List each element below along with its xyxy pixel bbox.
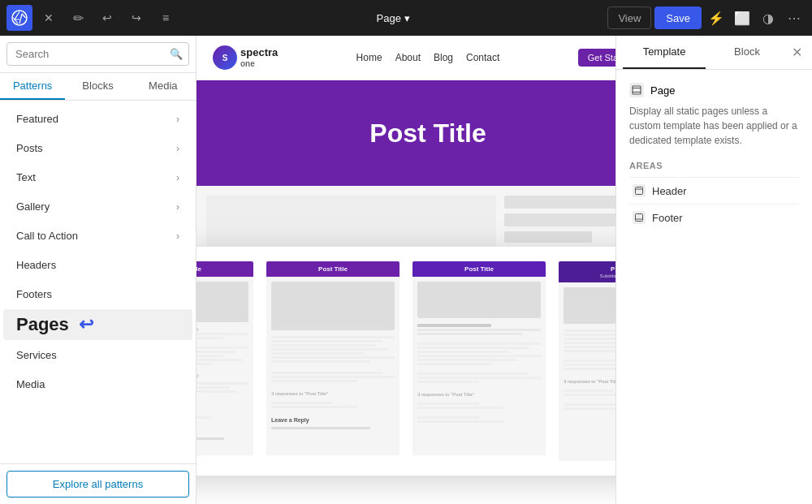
preview-get-started-button[interactable]: Get Started [578, 49, 615, 67]
sidebar-item-services[interactable]: Services [3, 341, 192, 369]
sidebar-item-text[interactable]: Text › [3, 163, 192, 192]
sidebar-item-label: Gallery [16, 200, 50, 213]
explore-all-patterns-button[interactable]: Explore all patterns [6, 471, 189, 498]
close-button[interactable]: ✕ [36, 5, 62, 31]
page-selector[interactable]: Page ▾ [370, 9, 417, 28]
redo-button[interactable]: ↪ [123, 5, 149, 31]
sidebar-item-label: Posts [16, 142, 43, 154]
layout-icon[interactable]: ⬜ [731, 6, 754, 29]
panel-title-text: Page [650, 84, 675, 97]
tab-blocks[interactable]: Blocks [65, 73, 130, 100]
sidebar-item-pages[interactable]: Pages ↩ [3, 309, 192, 340]
svg-rect-4 [636, 187, 643, 195]
chevron-right-icon: › [176, 230, 179, 242]
sidebar-item-label: Services [16, 349, 57, 361]
toolbar-center: Page ▾ [182, 9, 604, 28]
left-sidebar: 🔍 Patterns Blocks Media Featured › Posts… [0, 36, 197, 504]
pattern-chooser: Post Title [197, 247, 615, 476]
chevron-right-icon: › [176, 201, 179, 213]
pattern-card-4-title: Post Title Subtitle here · Category [559, 261, 615, 282]
page-label-text: Page [377, 12, 401, 24]
panel-area-footer[interactable]: Footer [629, 204, 799, 230]
toolbar-right: View Save ⚡ ⬜ ◑ ⋯ [607, 6, 806, 29]
sidebar-item-media[interactable]: Media [3, 370, 192, 398]
toolbar: ✕ ✏ ↩ ↪ ≡ Page ▾ View Save ⚡ ⬜ ◑ ⋯ [0, 0, 812, 36]
chevron-right-icon: › [176, 114, 179, 125]
center-content: S spectra one Home About Blog Contact Ge… [197, 36, 615, 504]
pattern-card-3[interactable]: Post Title [411, 260, 547, 463]
tab-template[interactable]: Template [623, 36, 706, 69]
pattern-card-2[interactable]: Post Title [265, 260, 401, 463]
pattern-card-1-body: 3 responses to "Post Title" Leave a Repl… [197, 277, 253, 455]
explore-btn-wrap: Explore all patterns [0, 463, 196, 504]
sidebar-nav: Featured › Posts › Text › Gallery › Call… [0, 101, 196, 463]
more-options-button[interactable]: ⋯ [783, 6, 806, 29]
pattern-card-1-title: Post Title [197, 261, 253, 277]
list-view-button[interactable]: ≡ [153, 5, 179, 31]
tab-patterns[interactable]: Patterns [0, 73, 65, 100]
preview-hero-title: Post Title [369, 118, 486, 149]
preview-logo-text: spectra one [240, 47, 278, 67]
edit-button[interactable]: ✏ [65, 5, 91, 31]
tab-media[interactable]: Media [131, 73, 196, 100]
svg-rect-6 [636, 214, 643, 222]
sidebar-item-footers[interactable]: Footers [3, 280, 192, 308]
sidebar-item-headers[interactable]: Headers [3, 251, 192, 279]
svg-rect-1 [633, 86, 641, 94]
nav-link-blog[interactable]: Blog [434, 52, 453, 63]
panel-section-title: Page [629, 83, 799, 97]
view-button[interactable]: View [607, 6, 651, 29]
pattern-card-4-body: 3 responses to "Post Title" [559, 282, 615, 461]
panel-area-header[interactable]: Header [629, 177, 799, 204]
sidebar-item-label: Call to Action [16, 230, 78, 242]
right-panel-close-button[interactable]: ✕ [788, 41, 806, 63]
pages-label: Pages ↩ [16, 314, 93, 335]
panel-area-footer-icon [633, 211, 646, 224]
sidebar-item-label: Headers [16, 259, 56, 271]
preview-nav: S spectra one Home About Blog Contact Ge… [197, 36, 615, 80]
nav-link-about[interactable]: About [395, 52, 421, 63]
search-input[interactable] [6, 42, 189, 66]
logo-line2: one [240, 59, 278, 68]
undo-button[interactable]: ↩ [94, 5, 120, 31]
nav-link-contact[interactable]: Contact [466, 52, 499, 63]
main-layout: 🔍 Patterns Blocks Media Featured › Posts… [0, 36, 812, 504]
preview-hero: Post Title [197, 80, 615, 186]
pattern-card-4[interactable]: Post Title Subtitle here · Category [557, 260, 615, 463]
sidebar-item-gallery[interactable]: Gallery › [3, 192, 192, 221]
search-icon: 🔍 [170, 48, 183, 60]
panel-description: Display all static pages unless a custom… [629, 104, 799, 148]
pages-arrow-icon: ↩ [79, 314, 93, 335]
pattern-card-1[interactable]: Post Title [197, 260, 255, 463]
search-box: 🔍 [0, 36, 196, 73]
preview-nav-links: Home About Blog Contact [356, 52, 500, 63]
pattern-card-3-title: Post Title [412, 261, 546, 277]
wp-logo-button[interactable] [6, 5, 32, 31]
panel-area-header-icon [633, 184, 646, 197]
logo-line1: spectra [240, 47, 278, 58]
chevron-right-icon: › [176, 143, 179, 154]
pattern-card-2-body: 3 responses to "Post Title" Leave a Repl… [266, 277, 400, 455]
preview-logo-icon: S [213, 45, 237, 70]
bolt-icon[interactable]: ⚡ [705, 6, 728, 29]
sidebar-tabs: Patterns Blocks Media [0, 73, 196, 101]
sidebar-item-featured[interactable]: Featured › [3, 105, 192, 133]
sidebar-item-label: Featured [16, 113, 58, 125]
save-button[interactable]: Save [654, 6, 702, 29]
panel-areas-title: AREAS [629, 161, 799, 170]
right-panel-tabs: Template Block ✕ [616, 36, 812, 70]
sidebar-item-label: Footers [16, 288, 52, 300]
panel-area-footer-label: Footer [652, 212, 683, 224]
search-input-wrap: 🔍 [6, 42, 189, 66]
panel-area-header-label: Header [652, 185, 687, 197]
halfcircle-icon[interactable]: ◑ [757, 6, 780, 29]
tab-block[interactable]: Block [706, 36, 788, 69]
sidebar-item-call-to-action[interactable]: Call to Action › [3, 222, 192, 250]
sidebar-item-posts[interactable]: Posts › [3, 134, 192, 162]
pattern-card-2-title: Post Title [266, 261, 400, 277]
panel-page-icon [629, 83, 644, 97]
nav-link-home[interactable]: Home [356, 52, 382, 63]
preview-logo: S spectra one [213, 45, 278, 70]
sidebar-item-label: Text [16, 171, 36, 183]
chevron-right-icon: › [176, 172, 179, 183]
